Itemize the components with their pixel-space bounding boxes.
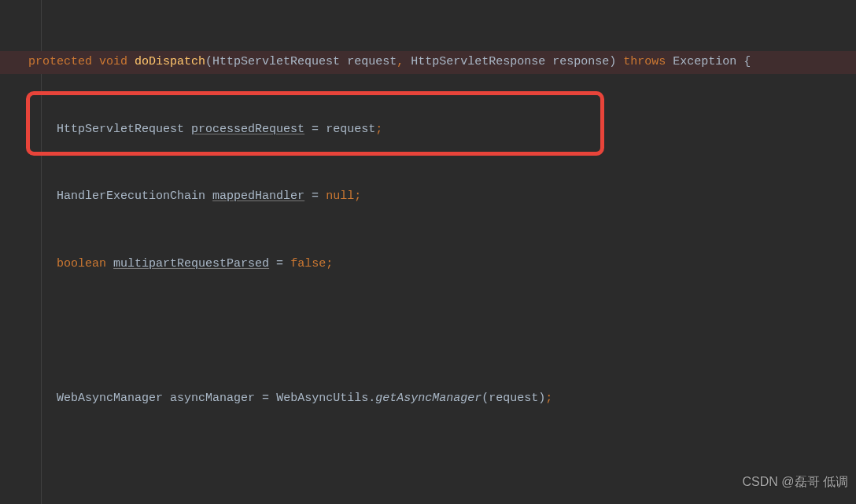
watermark: CSDN @磊哥 低调 <box>743 471 848 494</box>
code-line: boolean multipartRequestParsed = false; <box>0 253 856 276</box>
keyword: protected <box>28 55 92 68</box>
blank-line <box>0 320 856 343</box>
code-line: HandlerExecutionChain mappedHandler = nu… <box>0 186 856 208</box>
variable: processedRequest <box>191 123 304 136</box>
code-area: protected void doDispatch(HttpServletReq… <box>0 0 856 504</box>
code-line: HttpServletRequest processedRequest = re… <box>0 119 856 142</box>
keyword: throws <box>623 55 666 68</box>
code-editor[interactable]: protected void doDispatch(HttpServletReq… <box>0 0 856 504</box>
method-name: doDispatch <box>135 55 205 68</box>
code-line: WebAsyncManager asyncManager = WebAsyncU… <box>0 388 856 410</box>
static-method: getAsyncManager <box>375 392 482 405</box>
code-line: protected void doDispatch(HttpServletReq… <box>0 51 856 74</box>
variable: mappedHandler <box>212 189 304 203</box>
blank-line <box>0 454 856 477</box>
keyword: void <box>99 55 127 68</box>
variable: multipartRequestParsed <box>113 257 269 270</box>
